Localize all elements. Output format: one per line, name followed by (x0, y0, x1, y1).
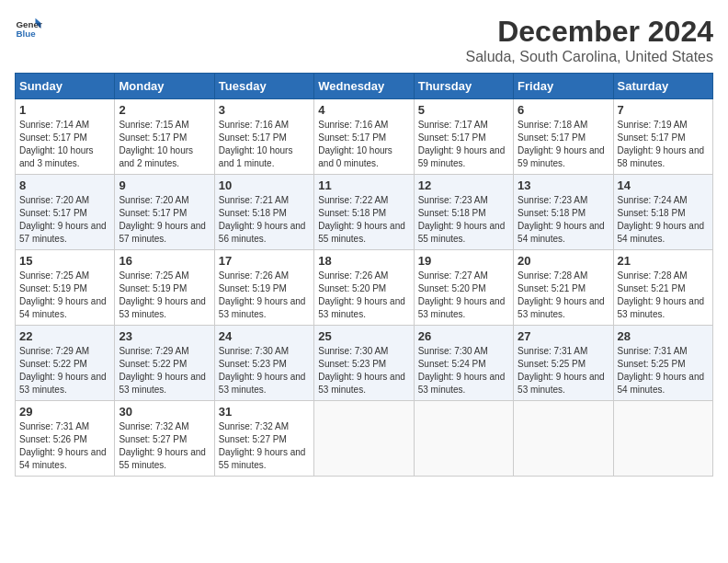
day-info: Sunrise: 7:23 AMSunset: 5:18 PMDaylight:… (418, 194, 509, 246)
day-cell: 21Sunrise: 7:28 AMSunset: 5:21 PMDayligh… (613, 250, 712, 326)
day-cell: 5Sunrise: 7:17 AMSunset: 5:17 PMDaylight… (414, 99, 513, 175)
day-info: Sunrise: 7:28 AMSunset: 5:21 PMDaylight:… (518, 270, 609, 321)
logo-icon: General Blue (15, 15, 42, 42)
day-number: 24 (219, 329, 310, 343)
header-tuesday: Tuesday (214, 74, 313, 99)
day-cell: 3Sunrise: 7:16 AMSunset: 5:17 PMDaylight… (214, 99, 313, 175)
week-row-2: 8Sunrise: 7:20 AMSunset: 5:17 PMDaylight… (16, 175, 713, 250)
day-info: Sunrise: 7:32 AMSunset: 5:27 PMDaylight:… (119, 420, 210, 472)
day-cell: 27Sunrise: 7:31 AMSunset: 5:25 PMDayligh… (514, 326, 613, 401)
day-info: Sunrise: 7:31 AMSunset: 5:25 PMDaylight:… (518, 345, 609, 396)
day-number: 31 (219, 405, 310, 419)
page-header: General Blue December 2024 Saluda, South… (15, 15, 713, 65)
day-number: 4 (318, 103, 409, 117)
day-info: Sunrise: 7:20 AMSunset: 5:17 PMDaylight:… (19, 194, 110, 246)
day-cell: 23Sunrise: 7:29 AMSunset: 5:22 PMDayligh… (115, 326, 214, 401)
day-number: 19 (418, 254, 509, 268)
logo: General Blue (15, 15, 42, 42)
day-info: Sunrise: 7:21 AMSunset: 5:18 PMDaylight:… (219, 194, 310, 246)
day-number: 8 (19, 178, 110, 192)
day-number: 29 (19, 405, 110, 419)
day-cell: 22Sunrise: 7:29 AMSunset: 5:22 PMDayligh… (16, 326, 115, 401)
day-cell: 30Sunrise: 7:32 AMSunset: 5:27 PMDayligh… (115, 401, 214, 477)
day-cell (613, 401, 712, 477)
day-number: 20 (518, 254, 609, 268)
header-sunday: Sunday (16, 74, 115, 99)
header-monday: Monday (115, 74, 214, 99)
day-cell: 9Sunrise: 7:20 AMSunset: 5:17 PMDaylight… (115, 175, 214, 250)
day-cell: 28Sunrise: 7:31 AMSunset: 5:25 PMDayligh… (613, 326, 712, 401)
day-cell: 15Sunrise: 7:25 AMSunset: 5:19 PMDayligh… (16, 250, 115, 326)
day-info: Sunrise: 7:31 AMSunset: 5:26 PMDaylight:… (19, 420, 110, 472)
day-cell: 16Sunrise: 7:25 AMSunset: 5:19 PMDayligh… (115, 250, 214, 326)
day-cell: 20Sunrise: 7:28 AMSunset: 5:21 PMDayligh… (514, 250, 613, 326)
day-info: Sunrise: 7:18 AMSunset: 5:17 PMDaylight:… (518, 119, 609, 170)
day-number: 9 (119, 178, 210, 192)
day-info: Sunrise: 7:30 AMSunset: 5:23 PMDaylight:… (219, 345, 310, 396)
day-cell: 29Sunrise: 7:31 AMSunset: 5:26 PMDayligh… (16, 401, 115, 477)
header-saturday: Saturday (613, 74, 712, 99)
day-number: 27 (518, 329, 609, 343)
day-info: Sunrise: 7:14 AMSunset: 5:17 PMDaylight:… (19, 119, 110, 170)
day-cell: 4Sunrise: 7:16 AMSunset: 5:17 PMDaylight… (314, 99, 414, 175)
day-cell: 12Sunrise: 7:23 AMSunset: 5:18 PMDayligh… (414, 175, 513, 250)
day-number: 15 (19, 254, 110, 268)
day-cell: 17Sunrise: 7:26 AMSunset: 5:19 PMDayligh… (214, 250, 313, 326)
day-info: Sunrise: 7:26 AMSunset: 5:20 PMDaylight:… (318, 270, 409, 321)
day-cell: 11Sunrise: 7:22 AMSunset: 5:18 PMDayligh… (314, 175, 414, 250)
day-cell (414, 401, 513, 477)
day-number: 16 (119, 254, 210, 268)
day-number: 13 (518, 178, 609, 192)
day-cell (314, 401, 414, 477)
day-info: Sunrise: 7:22 AMSunset: 5:18 PMDaylight:… (318, 194, 409, 246)
day-info: Sunrise: 7:28 AMSunset: 5:21 PMDaylight:… (618, 270, 709, 321)
day-info: Sunrise: 7:17 AMSunset: 5:17 PMDaylight:… (418, 119, 509, 170)
day-cell: 6Sunrise: 7:18 AMSunset: 5:17 PMDaylight… (514, 99, 613, 175)
week-row-5: 29Sunrise: 7:31 AMSunset: 5:26 PMDayligh… (16, 401, 713, 477)
day-info: Sunrise: 7:25 AMSunset: 5:19 PMDaylight:… (19, 270, 110, 321)
header-thursday: Thursday (414, 74, 513, 99)
day-number: 17 (219, 254, 310, 268)
day-number: 30 (119, 405, 210, 419)
svg-text:Blue: Blue (17, 29, 37, 39)
day-number: 23 (119, 329, 210, 343)
day-info: Sunrise: 7:29 AMSunset: 5:22 PMDaylight:… (19, 345, 110, 396)
day-info: Sunrise: 7:23 AMSunset: 5:18 PMDaylight:… (518, 194, 609, 246)
day-info: Sunrise: 7:32 AMSunset: 5:27 PMDaylight:… (219, 420, 310, 472)
day-number: 12 (418, 178, 509, 192)
title-block: December 2024 Saluda, South Carolina, Un… (466, 15, 714, 65)
day-info: Sunrise: 7:19 AMSunset: 5:17 PMDaylight:… (618, 119, 709, 170)
day-info: Sunrise: 7:16 AMSunset: 5:17 PMDaylight:… (318, 119, 409, 170)
day-info: Sunrise: 7:29 AMSunset: 5:22 PMDaylight:… (119, 345, 210, 396)
day-info: Sunrise: 7:30 AMSunset: 5:23 PMDaylight:… (318, 345, 409, 396)
day-info: Sunrise: 7:25 AMSunset: 5:19 PMDaylight:… (119, 270, 210, 321)
day-number: 10 (219, 178, 310, 192)
day-cell: 8Sunrise: 7:20 AMSunset: 5:17 PMDaylight… (16, 175, 115, 250)
location-title: Saluda, South Carolina, United States (466, 49, 714, 65)
day-cell: 10Sunrise: 7:21 AMSunset: 5:18 PMDayligh… (214, 175, 313, 250)
day-cell: 25Sunrise: 7:30 AMSunset: 5:23 PMDayligh… (314, 326, 414, 401)
day-number: 5 (418, 103, 509, 117)
day-cell: 24Sunrise: 7:30 AMSunset: 5:23 PMDayligh… (214, 326, 313, 401)
header-row: SundayMondayTuesdayWednesdayThursdayFrid… (16, 74, 713, 99)
month-title: December 2024 (466, 15, 714, 49)
day-cell (514, 401, 613, 477)
day-info: Sunrise: 7:26 AMSunset: 5:19 PMDaylight:… (219, 270, 310, 321)
day-info: Sunrise: 7:16 AMSunset: 5:17 PMDaylight:… (219, 119, 310, 170)
day-cell: 7Sunrise: 7:19 AMSunset: 5:17 PMDaylight… (613, 99, 712, 175)
day-info: Sunrise: 7:24 AMSunset: 5:18 PMDaylight:… (618, 194, 709, 246)
day-number: 2 (119, 103, 210, 117)
week-row-3: 15Sunrise: 7:25 AMSunset: 5:19 PMDayligh… (16, 250, 713, 326)
day-number: 26 (418, 329, 509, 343)
week-row-4: 22Sunrise: 7:29 AMSunset: 5:22 PMDayligh… (16, 326, 713, 401)
day-number: 11 (318, 178, 409, 192)
day-info: Sunrise: 7:20 AMSunset: 5:17 PMDaylight:… (119, 194, 210, 246)
day-cell: 31Sunrise: 7:32 AMSunset: 5:27 PMDayligh… (214, 401, 313, 477)
day-number: 1 (19, 103, 110, 117)
day-cell: 26Sunrise: 7:30 AMSunset: 5:24 PMDayligh… (414, 326, 513, 401)
day-cell: 14Sunrise: 7:24 AMSunset: 5:18 PMDayligh… (613, 175, 712, 250)
day-info: Sunrise: 7:31 AMSunset: 5:25 PMDaylight:… (618, 345, 709, 396)
day-number: 14 (618, 178, 709, 192)
header-wednesday: Wednesday (314, 74, 414, 99)
week-row-1: 1Sunrise: 7:14 AMSunset: 5:17 PMDaylight… (16, 99, 713, 175)
